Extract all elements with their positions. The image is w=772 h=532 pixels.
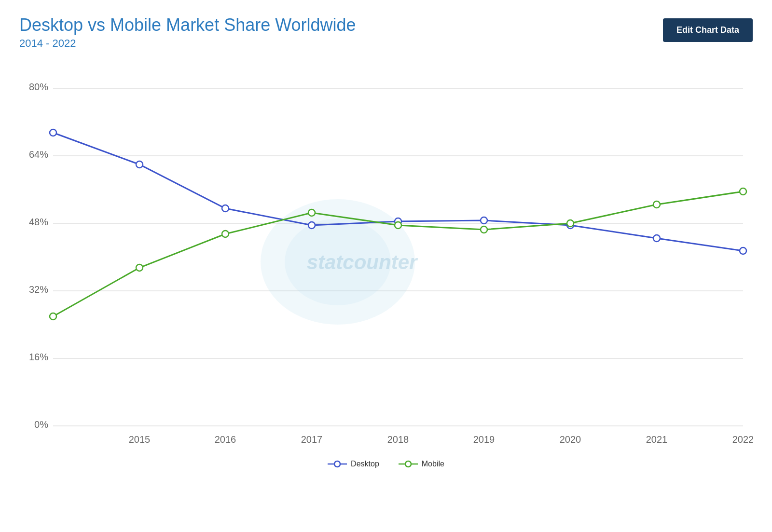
mobile-dot-2022 [740, 188, 746, 195]
chart-title: Desktop vs Mobile Market Share Worldwide [19, 14, 356, 35]
svg-point-24 [334, 461, 340, 467]
svg-text:0%: 0% [34, 419, 48, 430]
legend-item-desktop: Desktop [328, 460, 379, 468]
mobile-dot-2017 [308, 209, 315, 216]
mobile-legend-label: Mobile [422, 460, 444, 468]
svg-text:2017: 2017 [301, 434, 323, 445]
chart-area: 80% 64% 48% 32% 16% 0% 2015 2016 2017 20… [19, 59, 753, 455]
svg-text:2022: 2022 [732, 434, 753, 445]
desktop-legend-icon [328, 460, 347, 468]
svg-point-26 [405, 461, 411, 467]
svg-text:2018: 2018 [387, 434, 409, 445]
svg-text:16%: 16% [29, 352, 48, 362]
mobile-dot-2018 [395, 222, 401, 229]
legend-item-mobile: Mobile [399, 460, 444, 468]
svg-text:80%: 80% [29, 82, 48, 92]
svg-text:2016: 2016 [215, 434, 236, 445]
desktop-dot-2016 [222, 205, 229, 212]
svg-text:2019: 2019 [473, 434, 495, 445]
mobile-dot-2019 [481, 226, 487, 233]
chart-svg: 80% 64% 48% 32% 16% 0% 2015 2016 2017 20… [19, 59, 753, 455]
chart-header: Desktop vs Mobile Market Share Worldwide… [19, 14, 753, 50]
desktop-dot-2021 [653, 235, 660, 242]
svg-text:48%: 48% [29, 217, 48, 227]
desktop-legend-label: Desktop [351, 460, 379, 468]
mobile-dot-2021 [653, 201, 660, 208]
desktop-dot-2014 [50, 129, 56, 136]
desktop-dot-2019 [481, 217, 487, 224]
mobile-legend-icon [399, 460, 418, 468]
svg-text:64%: 64% [29, 149, 48, 160]
chart-container: Desktop vs Mobile Market Share Worldwide… [0, 0, 772, 532]
mobile-dot-2014 [50, 313, 56, 320]
desktop-dot-2017 [308, 222, 315, 229]
svg-text:2020: 2020 [560, 434, 581, 445]
svg-text:32%: 32% [29, 284, 48, 295]
title-block: Desktop vs Mobile Market Share Worldwide… [19, 14, 356, 50]
edit-chart-data-button[interactable]: Edit Chart Data [663, 18, 753, 42]
svg-text:2021: 2021 [646, 434, 668, 445]
mobile-dot-2020 [567, 220, 574, 227]
mobile-dot-2015 [136, 264, 143, 271]
svg-text:statcounter: statcounter [307, 251, 418, 273]
chart-legend: Desktop Mobile [19, 460, 753, 468]
svg-text:2015: 2015 [129, 434, 151, 445]
mobile-dot-2016 [222, 231, 229, 237]
chart-subtitle: 2014 - 2022 [19, 37, 356, 50]
desktop-dot-2015 [136, 161, 143, 168]
desktop-dot-2022 [740, 247, 746, 254]
